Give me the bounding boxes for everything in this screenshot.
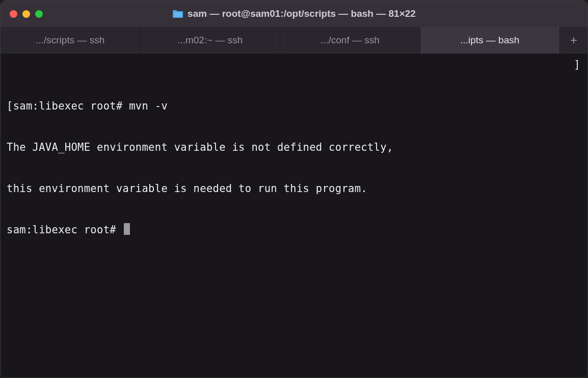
tab-conf-ssh[interactable]: .../conf — ssh bbox=[280, 27, 420, 53]
new-tab-button[interactable]: + bbox=[560, 27, 587, 53]
titlebar[interactable]: sam — root@sam01:/opt/scripts — bash — 8… bbox=[1, 1, 587, 27]
tab-label: .../scripts — ssh bbox=[36, 35, 104, 46]
terminal-line: this environment variable is needed to r… bbox=[7, 182, 581, 196]
close-button[interactable] bbox=[10, 10, 17, 18]
terminal-right-bracket: ] bbox=[574, 58, 580, 72]
terminal-prompt: sam:libexec root# bbox=[7, 224, 123, 236]
maximize-button[interactable] bbox=[35, 10, 43, 18]
minimize-button[interactable] bbox=[22, 10, 30, 18]
folder-icon bbox=[172, 9, 183, 18]
tab-ipts-bash[interactable]: ...ipts — bash bbox=[420, 27, 560, 53]
svg-rect-0 bbox=[174, 12, 182, 17]
window-title: sam — root@sam01:/opt/scripts — bash — 8… bbox=[188, 8, 416, 19]
tabbar: .../scripts — ssh ...m02:~ — ssh .../con… bbox=[1, 27, 587, 54]
tab-label: ...m02:~ — ssh bbox=[177, 35, 243, 46]
tab-label: .../conf — ssh bbox=[320, 35, 380, 46]
tab-label: ...ipts — bash bbox=[460, 35, 519, 46]
traffic-lights bbox=[10, 10, 43, 18]
terminal-prompt-line: sam:libexec root# bbox=[7, 223, 581, 237]
cursor bbox=[124, 223, 130, 235]
terminal-line: [sam:libexec root# mvn -v bbox=[7, 99, 581, 113]
terminal-content[interactable]: ] [sam:libexec root# mvn -v The JAVA_HOM… bbox=[1, 54, 587, 377]
tab-m02-ssh[interactable]: ...m02:~ — ssh bbox=[141, 27, 281, 53]
plus-icon: + bbox=[570, 33, 577, 47]
window-title-wrap: sam — root@sam01:/opt/scripts — bash — 8… bbox=[172, 8, 416, 19]
tab-scripts-ssh[interactable]: .../scripts — ssh bbox=[1, 27, 141, 53]
terminal-line: The JAVA_HOME environment variable is no… bbox=[7, 141, 581, 154]
terminal-window: sam — root@sam01:/opt/scripts — bash — 8… bbox=[0, 0, 588, 378]
